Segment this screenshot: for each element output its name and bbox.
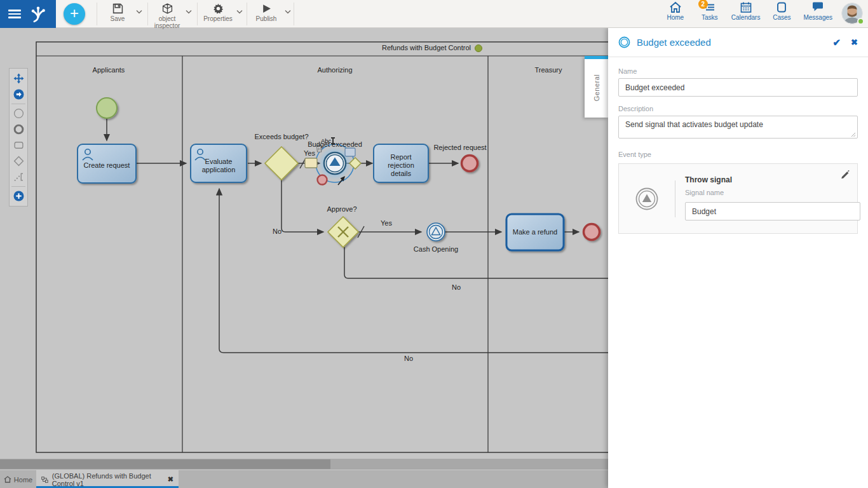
lane-label-applicants[interactable]: Applicants: [71, 66, 147, 74]
description-label: Description: [618, 105, 858, 112]
panel-title: Budget exceeded: [637, 37, 833, 48]
properties-chevron-icon[interactable]: [236, 10, 243, 14]
signal-name-input[interactable]: [685, 202, 860, 220]
context-append-task-icon[interactable]: [305, 158, 317, 168]
nav-messages[interactable]: Messages: [803, 1, 832, 21]
tab-active-process[interactable]: (GLOBAL) Refunds with Budget Control v1 …: [36, 470, 179, 488]
move-tool[interactable]: [10, 71, 27, 86]
event-label-budget-exceeded: Budget exceeded: [303, 140, 367, 149]
toolbar-separator: [197, 3, 198, 25]
edit-pencil-icon[interactable]: [841, 170, 850, 179]
event-type-card: Throw signal Signal name: [618, 163, 858, 234]
task-label-evaluate: Evaluate application: [196, 148, 241, 183]
flow-label-no-3: No: [396, 355, 421, 363]
horizontal-scrollbar[interactable]: [0, 459, 608, 470]
lane-label-treasury[interactable]: Treasury: [510, 66, 587, 74]
throw-signal-title: Throw signal: [685, 175, 839, 184]
properties-panel: Budget exceeded ✔ ✖ Name Description Sen…: [608, 28, 868, 488]
nav-tasks[interactable]: 2 Tasks: [697, 1, 722, 21]
cube-icon: [162, 3, 173, 14]
toolbar-separator: [147, 3, 148, 25]
general-tab-accent: [585, 56, 608, 59]
rename-icon[interactable]: Abc: [321, 137, 334, 144]
play-icon: [261, 3, 272, 14]
confirm-icon[interactable]: ✔: [833, 37, 841, 48]
gateway-tool[interactable]: [10, 153, 27, 169]
nav-calendars[interactable]: Calendars: [731, 1, 761, 21]
card-divider: [675, 180, 675, 217]
nav-home[interactable]: Home: [663, 1, 688, 21]
context-append-subprocess-icon[interactable]: [345, 148, 355, 156]
start-event-tool[interactable]: [10, 105, 27, 121]
context-append-gateway-icon[interactable]: [349, 158, 361, 169]
gateway-approve[interactable]: [328, 217, 358, 247]
gateway-label-approve: Approve?: [310, 205, 374, 214]
user-avatar[interactable]: [841, 3, 863, 24]
pool-title[interactable]: Refunds with Budget Control: [337, 44, 527, 52]
close-panel-icon[interactable]: ✖: [851, 37, 858, 47]
connect-tool[interactable]: [10, 86, 27, 102]
add-element-tool[interactable]: [10, 188, 27, 204]
resize-grip-icon[interactable]: [851, 132, 856, 137]
end-event-rejected[interactable]: [462, 156, 478, 172]
event-budget-exceeded[interactable]: [324, 152, 346, 174]
palette-divider: [11, 104, 25, 104]
toolbar-separator: [97, 3, 97, 25]
nav-cases[interactable]: Cases: [769, 1, 794, 21]
publish-chevron-icon[interactable]: [285, 10, 291, 14]
scrollbar-thumb[interactable]: [0, 459, 330, 469]
logo-block: [0, 0, 56, 28]
tab-close-icon[interactable]: ✖: [168, 475, 173, 484]
throw-signal-icon: [635, 187, 659, 211]
end-event-refund[interactable]: [584, 224, 600, 240]
online-status-dot: [857, 18, 864, 25]
flow-label-yes-1: Yes: [297, 149, 322, 158]
name-input[interactable]: [618, 78, 858, 97]
save-dropdown-chevron-icon[interactable]: [136, 10, 142, 14]
cases-icon: [775, 1, 788, 13]
event-label-cash-opening: Cash Opening: [404, 245, 468, 254]
pool-status-dot: [475, 44, 482, 52]
save-button[interactable]: Save: [99, 2, 136, 22]
processmaker-logo-icon[interactable]: [29, 4, 48, 24]
object-inspector-chevron-icon[interactable]: [186, 10, 192, 14]
intermediate-event-icon: [618, 36, 630, 48]
flow-label-yes-2: Yes: [374, 219, 399, 227]
task-tool[interactable]: [10, 137, 27, 153]
annotation-tool[interactable]: [10, 169, 27, 185]
flow-label-no-1: No: [264, 227, 290, 236]
task-label-report: Report rejection details: [379, 148, 423, 183]
end-event-tool[interactable]: [10, 121, 27, 137]
event-cash-opening[interactable]: [427, 223, 445, 241]
signal-name-label: Signal name: [685, 189, 839, 196]
tab-general[interactable]: General: [585, 56, 608, 118]
palette-divider: [11, 186, 25, 187]
pool-title-text: Refunds with Budget Control: [382, 44, 471, 52]
hamburger-menu-icon[interactable]: [8, 10, 21, 18]
top-toolbar: + Save object inspector: [0, 0, 868, 28]
save-icon: [112, 3, 123, 14]
context-append-end-event-icon[interactable]: [318, 175, 327, 185]
description-input[interactable]: Send signal that activates budget update: [618, 116, 858, 139]
process-tab-icon: [41, 476, 48, 484]
event-label-rejected: Rejected request: [428, 144, 492, 152]
tab-home[interactable]: Home: [0, 470, 36, 488]
document-tab-bar: Home (GLOBAL) Refunds with Budget Contro…: [0, 470, 608, 488]
toolbar-separator: [247, 3, 247, 25]
publish-button[interactable]: Publish: [248, 2, 285, 22]
properties-button[interactable]: Properties: [200, 2, 236, 22]
name-label: Name: [618, 67, 858, 75]
tasks-badge: 2: [698, 0, 708, 9]
tool-palette: [9, 68, 28, 207]
lane-label-authorizing[interactable]: Authorizing: [297, 66, 373, 74]
gear-icon: [213, 3, 224, 14]
home-icon: [669, 1, 682, 13]
object-inspector-button[interactable]: object inspector: [149, 2, 186, 29]
add-new-button[interactable]: +: [64, 3, 85, 25]
flow-label-no-2: No: [444, 283, 469, 292]
event-type-label: Event type: [618, 151, 858, 158]
gateway-exceeds-budget[interactable]: [265, 147, 298, 180]
task-label-refund: Make a refund: [506, 214, 564, 250]
start-event[interactable]: [97, 98, 117, 118]
message-bubble-icon: [811, 1, 824, 13]
